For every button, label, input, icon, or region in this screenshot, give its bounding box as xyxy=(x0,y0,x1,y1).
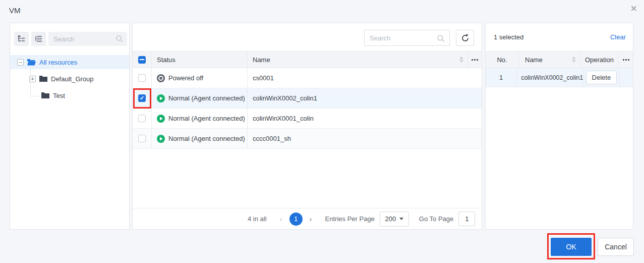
row-checkbox[interactable] xyxy=(138,115,146,122)
chevron-down-icon xyxy=(399,218,403,220)
go-to-page-input[interactable] xyxy=(458,212,475,226)
tree-node-test[interactable]: Test xyxy=(10,88,129,102)
selected-table: No. Name Operation 1 colinWinX0002_colin… xyxy=(486,51,633,87)
tree-node-label: Default_Group xyxy=(51,75,94,83)
refresh-icon xyxy=(461,34,470,42)
row-checkbox[interactable] xyxy=(138,94,146,102)
operation-column-header: Operation xyxy=(580,51,619,68)
total-count: 4 in all xyxy=(248,215,267,223)
refresh-button[interactable] xyxy=(456,30,474,46)
table-row[interactable]: Normal (Agent connected) colinWinX0001_c… xyxy=(133,109,482,129)
vm-table: Status Name Powered off cs0001 xyxy=(133,51,482,149)
tree-node-default-group[interactable]: + Default_Group xyxy=(10,72,129,86)
table-row-selected[interactable]: Normal (Agent connected) colinWinX0002_c… xyxy=(133,88,482,109)
vm-list-panel: Status Name Powered off cs0001 xyxy=(132,23,482,230)
status-column-header: Status xyxy=(152,51,248,68)
select-all-checkbox[interactable] xyxy=(138,56,146,64)
vm-status: Normal (Agent connected) xyxy=(168,115,245,122)
open-folder-icon xyxy=(27,59,36,66)
row-checkbox[interactable] xyxy=(138,74,146,82)
cancel-button[interactable]: Cancel xyxy=(598,238,634,256)
resource-tree-panel: − All resources + Default_Group Test xyxy=(10,23,130,230)
tree-toolbar xyxy=(14,32,127,46)
delete-button[interactable]: Delete xyxy=(586,71,617,84)
running-icon xyxy=(157,115,165,123)
row-checkbox[interactable] xyxy=(138,135,146,142)
running-icon xyxy=(157,135,165,143)
selected-row: 1 colinWinX0002_colin1 Delete xyxy=(486,68,633,87)
tree-connector xyxy=(31,96,39,96)
vm-status: Normal (Agent connected) xyxy=(168,94,245,102)
entries-per-page-select[interactable]: 200 xyxy=(380,212,409,227)
name-column-header: Name xyxy=(253,56,270,64)
folder-icon xyxy=(39,75,48,82)
collapse-node-icon[interactable]: − xyxy=(17,59,24,66)
prev-page-icon[interactable]: ‹ xyxy=(280,215,282,223)
name-column-header: Name xyxy=(525,56,543,64)
vm-name: colinWinX0002_colin1 xyxy=(253,94,317,102)
collapse-all-list-icon[interactable] xyxy=(31,32,46,46)
folder-icon xyxy=(41,92,50,99)
vm-search xyxy=(364,30,450,46)
running-icon xyxy=(157,94,165,102)
sort-icon[interactable] xyxy=(459,57,463,63)
tree-node-label: All resources xyxy=(39,59,77,66)
vm-table-header: Status Name xyxy=(133,51,482,68)
vm-name: cs0001 xyxy=(253,74,274,82)
tree-node-all-resources[interactable]: − All resources xyxy=(10,55,129,69)
table-row[interactable]: Powered off cs0001 xyxy=(133,68,482,88)
row-number: 1 xyxy=(486,68,517,87)
sort-icon[interactable] xyxy=(572,57,576,63)
clear-link[interactable]: Clear xyxy=(610,33,626,41)
next-page-icon[interactable]: › xyxy=(310,215,312,223)
table-row[interactable]: Normal (Agent connected) cccc0001_sh xyxy=(133,129,482,149)
pagination-bar: 4 in all ‹ 1 › Entries Per Page 200 Go T… xyxy=(133,208,482,229)
selected-panel: 1 selected Clear No. Name Operation 1 co… xyxy=(485,23,633,230)
vm-name: colinWinX0001_colin xyxy=(253,115,314,122)
entries-per-page-label: Entries Per Page xyxy=(325,215,375,223)
selected-count: 1 selected xyxy=(494,33,523,41)
search-icon xyxy=(115,35,124,43)
close-icon[interactable]: × xyxy=(630,3,637,14)
tree-connector xyxy=(30,69,31,96)
page-title: VM xyxy=(9,6,21,15)
column-settings-icon[interactable] xyxy=(472,59,478,61)
tree-node-label: Test xyxy=(53,92,65,99)
vm-status: Normal (Agent connected) xyxy=(168,135,245,142)
powered-off-icon xyxy=(157,74,165,82)
go-to-page-label: Go To Page xyxy=(419,215,453,223)
selected-vm-name: colinWinX0002_colin1 xyxy=(517,68,583,87)
ok-button[interactable]: OK xyxy=(551,238,592,256)
search-icon xyxy=(437,34,445,43)
vm-name: cccc0001_sh xyxy=(253,135,291,142)
selected-table-header: No. Name Operation xyxy=(486,51,633,68)
vm-status: Powered off xyxy=(168,74,203,82)
resource-tree: − All resources + Default_Group Test xyxy=(10,55,129,105)
tree-search xyxy=(48,32,127,46)
entries-per-page-value: 200 xyxy=(385,215,396,223)
expand-all-tree-icon[interactable] xyxy=(14,32,29,46)
current-page-button[interactable]: 1 xyxy=(289,213,303,226)
no-column-header: No. xyxy=(486,51,519,68)
column-settings-icon[interactable] xyxy=(623,59,629,61)
